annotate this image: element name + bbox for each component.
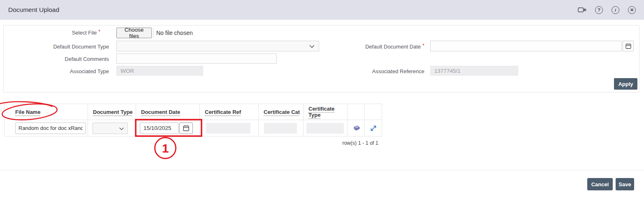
- default-document-type-label: Default Document Type: [3, 44, 109, 50]
- save-button[interactable]: Save: [616, 178, 634, 190]
- table-row-cell-file-name: [5, 120, 88, 137]
- expand-icon[interactable]: [369, 124, 378, 133]
- default-comments-input[interactable]: [116, 53, 277, 64]
- column-header-expand: [365, 104, 382, 120]
- column-header-file-name[interactable]: File Name: [5, 104, 88, 120]
- footer-divider: [0, 170, 644, 170]
- dialog-header: Document Upload ? i ✕: [0, 0, 644, 20]
- default-document-date-input[interactable]: [430, 41, 622, 51]
- document-date-input[interactable]: [140, 123, 178, 134]
- associated-type-value: [116, 66, 203, 76]
- select-file-label: Select File*: [3, 30, 100, 36]
- associated-type-label: Associated Type: [3, 68, 109, 74]
- page-title: Document Upload: [8, 6, 59, 14]
- table-row-cell-expand: [365, 120, 382, 137]
- column-header-certificate-type[interactable]: Certificate Type: [303, 104, 348, 120]
- file-name-input[interactable]: [15, 123, 86, 134]
- certificate-cat-input: [264, 123, 297, 134]
- column-header-document-type[interactable]: Document Type: [88, 104, 136, 120]
- choose-files-button[interactable]: Choose files: [116, 28, 152, 38]
- default-comments-label: Default Comments: [3, 56, 109, 62]
- info-icon[interactable]: i: [612, 6, 619, 14]
- file-input-divider: [153, 28, 153, 38]
- default-document-date-label: Default Document Date*: [313, 44, 424, 50]
- table-row-cell-certificate-cat: [259, 120, 303, 137]
- table-row-cell-eraser: [348, 120, 365, 137]
- column-header-document-date[interactable]: Document Date: [136, 104, 200, 120]
- table-row-cell-document-date: [136, 120, 200, 137]
- required-asterisk: *: [98, 29, 100, 35]
- default-document-type-select[interactable]: [116, 41, 319, 51]
- column-header-certificate-cat[interactable]: Certificate Cat: [259, 104, 303, 120]
- column-header-certificate-ref[interactable]: Certificate Ref: [200, 104, 259, 120]
- help-icon[interactable]: ?: [595, 6, 603, 14]
- table-row-cell-certificate-ref: [200, 120, 259, 137]
- column-header-eraser: [348, 104, 365, 120]
- eraser-icon[interactable]: [352, 124, 361, 133]
- associated-reference-label: Associated Reference: [313, 68, 424, 74]
- table-row-cell-certificate-type: [303, 120, 348, 137]
- documents-table: File Name Document Type Document Date Ce…: [4, 104, 382, 137]
- chevron-down-icon: [119, 125, 124, 132]
- close-icon[interactable]: ✕: [628, 6, 636, 14]
- cancel-button[interactable]: Cancel: [587, 178, 613, 190]
- header-icons: ? i ✕: [577, 0, 636, 20]
- calendar-icon[interactable]: [623, 41, 634, 51]
- certificate-ref-input: [206, 123, 250, 134]
- video-camera-icon[interactable]: [577, 6, 586, 14]
- document-type-select[interactable]: [93, 123, 128, 134]
- document-upload-dialog: Document Upload ? i ✕ Select File* Choos…: [0, 0, 644, 199]
- required-asterisk: *: [422, 43, 424, 49]
- table-row-cell-document-type: [88, 120, 136, 137]
- certificate-type-input: [306, 123, 344, 134]
- apply-button[interactable]: Apply: [614, 78, 637, 90]
- calendar-icon[interactable]: [179, 123, 193, 134]
- pagination-text: row(s) 1 - 1 of 1: [4, 140, 378, 146]
- no-file-chosen-text: No file chosen: [156, 30, 193, 36]
- associated-reference-value: [430, 66, 518, 76]
